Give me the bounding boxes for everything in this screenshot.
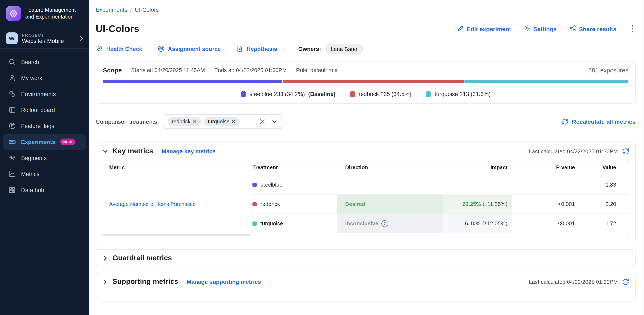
- sidebar-item-experiments[interactable]: Experiments NEW: [3, 134, 86, 150]
- hypothesis-link[interactable]: Hypothesis: [236, 45, 277, 53]
- share-icon: [570, 25, 576, 33]
- share-results-button[interactable]: Share results: [570, 25, 616, 33]
- impact-cell: 20.25% (±11.25%): [444, 195, 512, 214]
- metric-link[interactable]: Average Number of Items Purchased: [109, 201, 196, 207]
- legend-item-steelblue: steelblue 233 (34.2%) (Baseline): [241, 91, 336, 97]
- assignment-source-link[interactable]: Assignment source: [158, 45, 221, 53]
- pvalue-cell: <0.001: [512, 195, 575, 214]
- health-check-link[interactable]: Health Check: [96, 45, 142, 53]
- scope-starts-at: Starts at: 04/20/2025 11:45AM: [131, 67, 205, 73]
- grid-icon: [8, 186, 16, 194]
- project-name: Website / Mobile: [22, 38, 74, 44]
- user-icon: [8, 74, 16, 82]
- breadcrumb-experiments-link[interactable]: Experiments: [96, 7, 127, 13]
- target-icon: [158, 45, 164, 53]
- sidebar: Feature Management and Experimentation w…: [0, 0, 89, 315]
- project-badge: w/: [6, 32, 18, 44]
- table-row: steelblue - - - 1.83: [252, 175, 629, 194]
- exposures-count: 681 exposures: [588, 67, 628, 73]
- direction-cell: Inconclusive ?: [337, 214, 444, 233]
- refresh-icon: [562, 118, 568, 125]
- clear-selection-icon[interactable]: [260, 119, 265, 124]
- treatment-cell: turquoise: [252, 214, 337, 233]
- expand-chevron-right-icon[interactable]: [102, 255, 108, 261]
- settings-button[interactable]: Settings: [524, 25, 556, 33]
- supporting-metrics-section: Supporting metrics Manage supporting met…: [96, 273, 636, 302]
- steelblue-swatch: [252, 183, 257, 187]
- scope-ends-at: Ends at: 04/22/2025 01:30PM: [214, 67, 287, 73]
- chip-redbrick[interactable]: redbrick: [168, 117, 201, 126]
- main-content: Experiments / UI-Colors UI-Colors Edit e…: [89, 0, 644, 315]
- key-metrics-title: Key metrics: [112, 147, 153, 155]
- table-row: turquoise Inconclusive ? -6.10% (±12.05%…: [252, 214, 629, 233]
- edit-experiment-button[interactable]: Edit experiment: [457, 25, 511, 33]
- people-icon: [8, 154, 16, 162]
- comparison-treatments-select[interactable]: redbrick turquoise: [164, 114, 282, 129]
- flag-circle-icon: [8, 122, 16, 130]
- expand-chevron-right-icon[interactable]: [102, 279, 108, 285]
- pvalue-cell: <0.001: [512, 214, 575, 233]
- page-scrollbar[interactable]: [641, 0, 644, 315]
- heart-check-icon: [96, 45, 103, 53]
- project-switcher[interactable]: w/ PROJECT Website / Mobile: [0, 28, 89, 48]
- sidebar-item-label: Data hub: [21, 187, 44, 193]
- split-logo-icon: [6, 6, 21, 21]
- app-logo-block[interactable]: Feature Management and Experimentation: [0, 0, 89, 28]
- direction-cell: -: [337, 175, 444, 194]
- scope-rule: Rule: default rule: [296, 67, 338, 73]
- sidebar-item-search[interactable]: Search: [3, 54, 86, 70]
- impact-cell: -6.10% (±12.05%): [444, 214, 512, 233]
- remove-chip-icon[interactable]: [232, 120, 236, 123]
- chevron-right-icon: [78, 35, 85, 42]
- sidebar-item-environments[interactable]: Environments: [3, 86, 86, 102]
- remove-chip-icon[interactable]: [193, 120, 197, 123]
- scope-card: Scope Starts at: 04/20/2025 11:45AM Ends…: [96, 61, 636, 104]
- chevron-down-icon[interactable]: [270, 119, 278, 124]
- chip-turquoise[interactable]: turquoise: [204, 117, 240, 126]
- key-metrics-section: Key metrics Manage key metrics Last calc…: [96, 141, 636, 243]
- kebab-icon: [632, 25, 633, 27]
- distribution-segment-redbrick: [283, 80, 464, 83]
- sidebar-item-label: My work: [21, 75, 42, 81]
- redbrick-swatch: [252, 202, 257, 206]
- app-window: Feature Management and Experimentation w…: [0, 0, 644, 315]
- manage-supporting-metrics-link[interactable]: Manage supporting metrics: [187, 279, 261, 285]
- collapse-chevron-down-icon[interactable]: [102, 148, 108, 154]
- sidebar-item-label: Segments: [21, 155, 47, 161]
- horizontal-scrollbar-thumb[interactable]: [103, 234, 250, 236]
- sidebar-item-segments[interactable]: Segments: [3, 150, 86, 166]
- sidebar-item-label: Search: [21, 59, 39, 65]
- refresh-icon[interactable]: [622, 278, 629, 285]
- search-icon: [8, 58, 16, 66]
- help-icon[interactable]: ?: [382, 220, 388, 227]
- recalculate-all-metrics-button[interactable]: Recalculate all metrics: [562, 118, 636, 125]
- project-label: PROJECT: [22, 33, 74, 37]
- legend-item-redbrick: redbrick 235 (34.5%): [350, 91, 412, 97]
- turquoise-swatch: [426, 91, 431, 97]
- sidebar-item-data-hub[interactable]: Data hub: [3, 182, 86, 198]
- document-icon: [236, 45, 243, 53]
- table-header-row: Metric Treatment Direction Impact P-valu…: [102, 160, 629, 175]
- value-cell: 2.20: [575, 195, 629, 214]
- manage-key-metrics-link[interactable]: Manage key metrics: [162, 148, 216, 154]
- last-calculated-label: Last calculated 04/22/2025 01:30PM: [529, 279, 618, 285]
- sidebar-item-my-work[interactable]: My work: [3, 70, 86, 86]
- owner-chip[interactable]: Lena Sano: [325, 44, 363, 54]
- impact-cell: -: [444, 175, 512, 194]
- scope-title: Scope: [103, 66, 122, 74]
- column-header-value: Value: [575, 165, 629, 171]
- more-actions-button[interactable]: [629, 24, 636, 34]
- sidebar-item-rollout-board[interactable]: Rollout board: [3, 102, 86, 118]
- column-header-impact: Impact: [444, 165, 512, 171]
- sidebar-item-metrics[interactable]: Metrics: [3, 166, 86, 182]
- horizontal-scrollbar: [102, 233, 629, 237]
- guardrail-metrics-section: Guardrail metrics: [96, 249, 636, 267]
- breadcrumb-current-link[interactable]: UI-Colors: [135, 7, 159, 13]
- direction-cell: Desired: [337, 195, 444, 214]
- treatment-legend: steelblue 233 (34.2%) (Baseline) redbric…: [103, 91, 628, 97]
- table-row: redbrick Desired 20.25% (±11.25%) <0.001: [252, 194, 629, 214]
- hexagons-icon: [8, 90, 16, 98]
- sidebar-item-feature-flags[interactable]: Feature flags: [3, 118, 86, 134]
- distribution-segment-turquoise: [464, 80, 628, 83]
- refresh-icon[interactable]: [622, 148, 629, 155]
